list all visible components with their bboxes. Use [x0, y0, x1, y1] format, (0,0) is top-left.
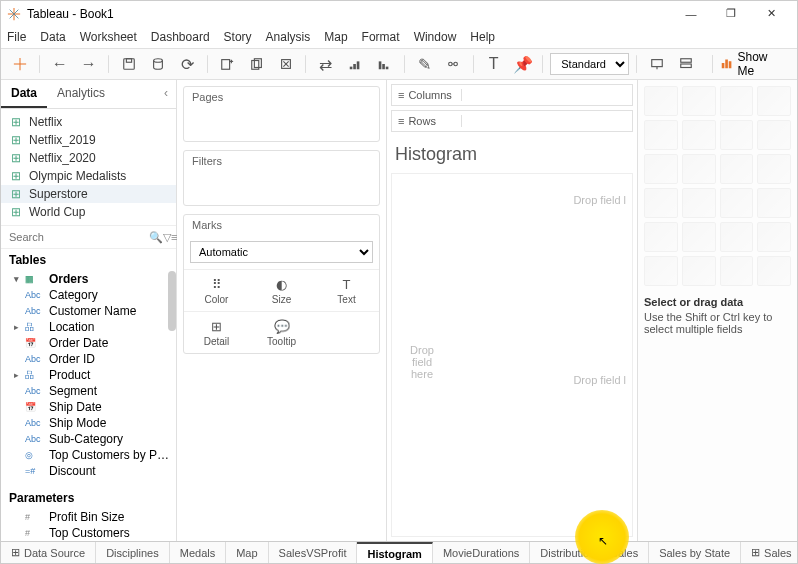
save-button[interactable]	[116, 51, 141, 77]
duplicate-button[interactable]	[244, 51, 269, 77]
datasource-superstore[interactable]: ⊞Superstore	[1, 185, 176, 203]
viz-area[interactable]: Drop field l Drop field here Drop field …	[391, 173, 633, 537]
chart-type-treemap[interactable]	[682, 154, 716, 184]
tab-medals[interactable]: Medals	[170, 542, 226, 563]
chart-type-line-cont[interactable]	[644, 188, 678, 218]
chart-type-dual-combo[interactable]	[682, 222, 716, 252]
mark-tooltip[interactable]: 💬Tooltip	[249, 311, 314, 353]
collapse-icon[interactable]: ▾	[11, 274, 21, 284]
sort-asc-button[interactable]	[342, 51, 367, 77]
refresh-button[interactable]: ⟳	[175, 51, 200, 77]
chart-type-packed-bubble[interactable]	[757, 256, 791, 286]
mark-text[interactable]: TText	[314, 269, 379, 311]
menu-story[interactable]: Story	[224, 30, 252, 44]
tab-analytics[interactable]: Analytics	[47, 80, 115, 108]
chart-type-symbol-map[interactable]	[757, 86, 791, 116]
highlight-button[interactable]: ✎	[412, 51, 437, 77]
maximize-button[interactable]: ❐	[711, 1, 751, 26]
chart-type-highlight-table[interactable]	[720, 86, 754, 116]
tab-salesbystate[interactable]: Sales by State	[649, 542, 741, 563]
minimize-button[interactable]: —	[671, 1, 711, 26]
chart-type-gantt[interactable]	[682, 256, 716, 286]
chart-type-line-disc[interactable]	[682, 188, 716, 218]
search-input[interactable]	[7, 229, 149, 245]
chart-type-text-table[interactable]	[644, 86, 678, 116]
close-button[interactable]: ✕	[751, 1, 791, 26]
tableau-icon[interactable]	[7, 51, 32, 77]
menu-window[interactable]: Window	[414, 30, 457, 44]
chart-type-area-disc[interactable]	[644, 222, 678, 252]
mark-detail[interactable]: ⊞Detail	[184, 311, 249, 353]
param-top-customers[interactable]: #Top Customers	[1, 525, 176, 541]
field-order-id[interactable]: AbcOrder ID	[1, 351, 176, 367]
chart-type-side-circle[interactable]	[757, 154, 791, 184]
presentation-button[interactable]	[644, 51, 669, 77]
tab-data[interactable]: Data	[1, 80, 47, 108]
marks-type-dropdown[interactable]: Automatic	[190, 241, 373, 263]
chart-type-histogram[interactable]	[757, 222, 791, 252]
chart-type-circle[interactable]	[720, 154, 754, 184]
chart-type-dual-line[interactable]	[720, 188, 754, 218]
menu-help[interactable]: Help	[470, 30, 495, 44]
tab-sales[interactable]: ⊞Sales	[741, 542, 798, 563]
clear-button[interactable]	[273, 51, 298, 77]
datasource-worldcup[interactable]: ⊞World Cup	[1, 203, 176, 221]
viz-title[interactable]: Histogram	[387, 132, 637, 169]
search-icon[interactable]: 🔍	[149, 231, 163, 244]
sort-desc-button[interactable]	[372, 51, 397, 77]
new-data-button[interactable]	[146, 51, 171, 77]
cards-button[interactable]	[673, 51, 698, 77]
new-sheet-button[interactable]	[215, 51, 240, 77]
menu-data[interactable]: Data	[40, 30, 65, 44]
chart-type-area[interactable]	[757, 188, 791, 218]
tab-distribution[interactable]: Distribution of Sales	[530, 542, 649, 563]
tab-salesvsprofit[interactable]: SalesVSProfit	[269, 542, 358, 563]
swap-button[interactable]: ⇄	[313, 51, 338, 77]
field-segment[interactable]: AbcSegment	[1, 383, 176, 399]
tab-map[interactable]: Map	[226, 542, 268, 563]
tab-data-source[interactable]: ⊞Data Source	[1, 542, 96, 563]
chart-type-stacked-bar[interactable]	[757, 120, 791, 150]
chart-type-pie[interactable]	[682, 120, 716, 150]
mark-size[interactable]: ◐Size	[249, 269, 314, 311]
field-customer-name[interactable]: AbcCustomer Name	[1, 303, 176, 319]
pages-card[interactable]: Pages	[183, 86, 380, 142]
menu-format[interactable]: Format	[362, 30, 400, 44]
forward-button[interactable]: →	[76, 51, 101, 77]
fit-dropdown[interactable]: Standard	[550, 53, 629, 75]
table-orders[interactable]: ▾▦Orders	[1, 271, 176, 287]
chart-type-hbar[interactable]	[720, 120, 754, 150]
chart-type-heatmap[interactable]	[682, 86, 716, 116]
param-profit-bin[interactable]: #Profit Bin Size	[1, 509, 176, 525]
back-button[interactable]: ←	[47, 51, 72, 77]
tab-histogram[interactable]: Histogram	[357, 542, 432, 563]
field-product[interactable]: ▸品Product	[1, 367, 176, 383]
datasource-netflix2020[interactable]: ⊞Netflix_2020	[1, 149, 176, 167]
columns-shelf[interactable]: ≡Columns	[391, 84, 633, 106]
field-discount[interactable]: =#Discount	[1, 463, 176, 479]
menu-file[interactable]: File	[7, 30, 26, 44]
tab-moviedurations[interactable]: MovieDurations	[433, 542, 530, 563]
expand-icon[interactable]: ▸	[11, 370, 21, 380]
chart-type-scatter[interactable]	[720, 222, 754, 252]
field-category[interactable]: AbcCategory	[1, 287, 176, 303]
datasource-netflix[interactable]: ⊞Netflix	[1, 113, 176, 131]
field-location[interactable]: ▸品Location	[1, 319, 176, 335]
tab-disciplines[interactable]: Disciplines	[96, 542, 170, 563]
menu-map[interactable]: Map	[324, 30, 347, 44]
chart-type-filled-map[interactable]	[644, 120, 678, 150]
chart-type-bullet[interactable]	[720, 256, 754, 286]
filters-card[interactable]: Filters	[183, 150, 380, 206]
pin-button[interactable]: 📌	[510, 51, 535, 77]
collapse-sidebar-icon[interactable]: ‹	[156, 80, 176, 108]
chart-type-side-bar[interactable]	[644, 154, 678, 184]
mark-color[interactable]: ⠿Color	[184, 269, 249, 311]
menu-worksheet[interactable]: Worksheet	[80, 30, 137, 44]
showme-button[interactable]: Show Me	[703, 50, 791, 78]
field-sub-category[interactable]: AbcSub-Category	[1, 431, 176, 447]
menu-analysis[interactable]: Analysis	[266, 30, 311, 44]
field-ship-mode[interactable]: AbcShip Mode	[1, 415, 176, 431]
field-ship-date[interactable]: 📅Ship Date	[1, 399, 176, 415]
field-order-date[interactable]: 📅Order Date	[1, 335, 176, 351]
chart-type-boxplot[interactable]	[644, 256, 678, 286]
